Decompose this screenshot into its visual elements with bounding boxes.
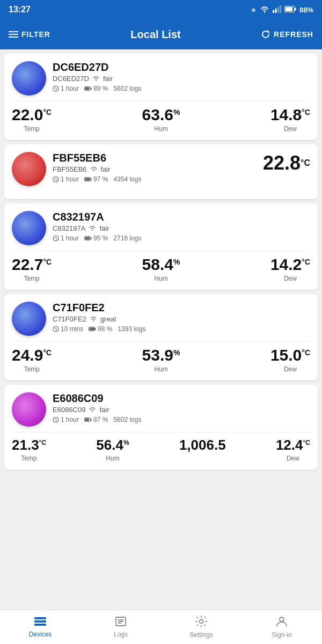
metric-temp: 24.9°C Temp (12, 346, 52, 373)
svg-rect-25 (85, 178, 90, 181)
nav-devices-label: Devices (29, 631, 52, 638)
devices-nav-icon (34, 616, 47, 628)
device-subname: DC6ED27D (53, 75, 89, 83)
svg-rect-43 (34, 620, 46, 623)
settings-nav-icon (195, 616, 207, 629)
svg-rect-31 (91, 237, 92, 239)
battery-meta: 87 % (84, 416, 108, 423)
device-card[interactable]: C71F0FE2 C71F0FE2 great (4, 294, 318, 380)
svg-point-50 (280, 617, 284, 621)
page-title: Local List (130, 28, 180, 41)
filter-button[interactable]: FILTER (9, 30, 50, 39)
battery-percent: 88% (299, 6, 313, 14)
nav-signin[interactable]: Sign-in (241, 610, 322, 644)
svg-rect-2 (275, 9, 276, 13)
svg-rect-3 (277, 7, 279, 13)
signal-quality: fair (103, 75, 113, 83)
battery-meta: 97 % (84, 175, 108, 183)
nav-settings-label: Settings (189, 631, 213, 639)
svg-point-17 (96, 80, 97, 81)
device-name: FBF55EB6 (53, 152, 257, 164)
battery-meta: 95 % (84, 235, 108, 242)
signal-quality: fair (101, 165, 111, 173)
signal-icon (92, 75, 100, 83)
nav-logs-label: Logs (114, 631, 128, 638)
svg-point-14 (14, 36, 16, 38)
device-subname: C71F0FE2 (53, 315, 86, 323)
svg-point-27 (92, 230, 93, 231)
metric-temp: 22.0°C Temp (12, 106, 52, 133)
device-card[interactable]: C832197A C832197A fair (4, 203, 318, 290)
metric-temp: 21.3°C Temp (12, 437, 46, 462)
metrics-row: 22.7°C Temp 58.4% Hum 14.2°C Dew (12, 251, 310, 282)
filter-label: FILTER (21, 30, 50, 39)
interval-meta: 10 mins (53, 325, 83, 333)
signal-icon (89, 224, 96, 232)
metric-dew: 15.0°C Dew (270, 346, 310, 373)
nav-signin-label: Sign-in (272, 631, 291, 639)
device-subname: E6086C09 (53, 406, 85, 414)
svg-rect-42 (34, 617, 46, 619)
svg-rect-6 (286, 7, 292, 11)
signal-quality: great (100, 315, 116, 323)
metric-hum: 53.9% Hum (142, 346, 180, 373)
interval-meta: 1 hour (53, 85, 79, 92)
device-card[interactable]: DC6ED27D DC6ED27D fair (4, 54, 318, 140)
app-header: FILTER Local List REFRESH (0, 19, 322, 49)
svg-point-32 (93, 320, 94, 321)
nav-devices[interactable]: Devices (0, 610, 80, 644)
logs-meta: 1393 logs (118, 325, 145, 333)
svg-point-49 (200, 620, 203, 624)
device-name: C832197A (53, 211, 310, 223)
battery-icon (284, 6, 296, 14)
svg-rect-4 (280, 5, 281, 13)
single-reading: 22.8°C (263, 152, 310, 174)
status-icons: ∗ 88% (251, 5, 313, 14)
svg-point-0 (264, 11, 265, 12)
bluetooth-icon: ∗ (251, 6, 257, 14)
interval-meta: 1 hour (53, 416, 79, 423)
logs-meta: 2716 logs (113, 235, 141, 242)
signal-icon (273, 5, 281, 14)
svg-point-11 (11, 34, 12, 35)
status-bar: 13:27 ∗ (0, 0, 322, 19)
avatar (12, 152, 46, 186)
metrics-row: 24.9°C Temp 53.9% Hum 15.0°C Dew (12, 341, 310, 373)
nav-settings[interactable]: Settings (161, 610, 241, 644)
svg-rect-44 (34, 624, 46, 626)
device-name: DC6ED27D (53, 61, 310, 74)
metric-hum: 56.4% Hum (96, 437, 129, 462)
metric-dew: 14.8°C Dew (270, 106, 310, 133)
refresh-button[interactable]: REFRESH (261, 30, 313, 39)
device-card[interactable]: FBF55EB6 FBF55EB6 fair (4, 144, 318, 199)
signal-icon (90, 165, 98, 173)
svg-rect-1 (273, 10, 274, 13)
nav-logs[interactable]: Logs (80, 610, 161, 644)
signin-nav-icon (276, 616, 288, 629)
signal-icon (90, 315, 97, 323)
signal-quality: fair (99, 406, 109, 414)
svg-rect-26 (91, 178, 92, 180)
svg-rect-41 (91, 419, 92, 421)
metrics-row: 21.3°C Temp 56.4% Hum 1,006.5 12.4°C (12, 432, 310, 462)
svg-point-22 (93, 171, 94, 172)
device-card[interactable]: E6086C09 E6086C09 fair (4, 385, 318, 470)
logs-meta: 5602 logs (113, 416, 141, 423)
logs-meta: 4354 logs (113, 175, 141, 183)
logs-meta: 5602 logs (113, 85, 141, 92)
signal-icon (89, 406, 96, 414)
device-name: E6086C09 (53, 392, 310, 405)
svg-point-8 (13, 31, 14, 33)
device-subname: FBF55EB6 (53, 165, 87, 173)
interval-meta: 1 hour (53, 235, 79, 242)
wifi-icon (260, 5, 269, 14)
metric-temp: 22.7°C Temp (12, 255, 52, 282)
battery-meta: 98 % (89, 325, 112, 333)
svg-rect-20 (85, 87, 90, 90)
avatar (12, 211, 46, 245)
refresh-label: REFRESH (274, 30, 313, 39)
svg-point-37 (92, 411, 93, 412)
device-name: C71F0FE2 (53, 302, 310, 314)
metric-dew: 12.4°C Dew (276, 437, 310, 462)
svg-rect-21 (91, 87, 92, 90)
